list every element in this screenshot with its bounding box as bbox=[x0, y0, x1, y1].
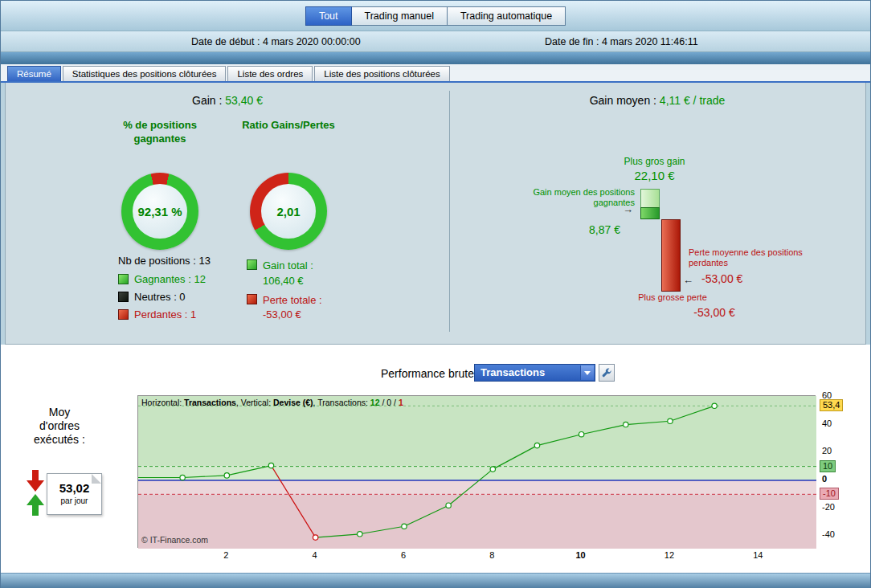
tab-liste-ordres[interactable]: Liste des ordres bbox=[227, 66, 313, 81]
x-axis-label: 2 bbox=[217, 550, 235, 560]
perte-totale-label: Perte totale : bbox=[263, 294, 322, 306]
avg-orders-unit: par jour bbox=[47, 496, 101, 505]
y-axis-labels: 6040200-20-4053,410-10 bbox=[819, 395, 869, 560]
legend-perdantes-label: Perdantes : 1 bbox=[134, 308, 196, 321]
perte-totale-swatch bbox=[247, 294, 257, 304]
gain-total-swatch bbox=[247, 259, 257, 270]
gain-value: 53,40 € bbox=[225, 94, 263, 107]
date-end-label: Date de fin : bbox=[545, 36, 599, 47]
date-end: Date de fin : 4 mars 2020 11:46:11 bbox=[545, 36, 698, 47]
gain-moyen-arrow-icon: → bbox=[623, 203, 633, 215]
separator-band bbox=[1, 52, 870, 64]
x-axis-label: 4 bbox=[306, 550, 324, 560]
gain-moyen-gagnantes-label: Gain moyen des positions gagnantes bbox=[510, 187, 635, 208]
y-axis-label: 20 bbox=[822, 446, 832, 455]
performance-section: Performance brute Transactions Moy d'ord… bbox=[1, 345, 870, 573]
max-loss-bar bbox=[661, 219, 681, 292]
performance-selector-value: Transactions bbox=[480, 366, 545, 378]
nb-positions: Nb de positions : 13 bbox=[118, 255, 211, 267]
ratio-donut-hole: 2,01 bbox=[261, 184, 316, 239]
chart-header-part: , Vertical: bbox=[236, 398, 273, 407]
y-axis-label: -20 bbox=[822, 502, 835, 512]
date-bar: Date de début : 4 mars 2020 00:00:00 Dat… bbox=[1, 31, 870, 52]
perte-moyenne-label: Perte moyenne des positions perdantes bbox=[689, 247, 817, 268]
chart-header-part: Transactions bbox=[184, 398, 236, 407]
card-fold bbox=[92, 474, 101, 484]
perte-moyenne-value: -53,00 € bbox=[701, 272, 742, 285]
scope-tabs: Tout Trading manuel Trading automatique bbox=[1, 6, 870, 26]
avg-orders-label: Moy d'ordres exécutés : bbox=[29, 406, 90, 447]
x-axis-labels: 2468101214 bbox=[137, 550, 816, 561]
plus-gros-gain-label: Plus gros gain bbox=[604, 157, 705, 167]
x-axis-label: 10 bbox=[572, 550, 590, 560]
perte-moyenne-arrow-icon: ← bbox=[683, 274, 693, 286]
x-axis-label: 6 bbox=[395, 550, 412, 560]
chart-copyright: © IT-Finance.com bbox=[141, 535, 208, 545]
ratio-donut-title: Ratio Gains/Pertes bbox=[240, 118, 337, 132]
chart-header-part: / bbox=[380, 398, 387, 407]
footer-bar bbox=[1, 573, 870, 588]
chart-settings-button[interactable] bbox=[599, 364, 615, 382]
tab-liste-positions[interactable]: Liste des positions clôturées bbox=[314, 66, 449, 81]
tab-resume[interactable]: Résumé bbox=[7, 66, 61, 81]
ratio-donut: 2,01 bbox=[250, 173, 327, 250]
legend-perdantes: Perdantes : 1 bbox=[118, 308, 196, 321]
plus-grosse-perte-value: -53,00 € bbox=[658, 306, 771, 319]
gain-moyen-gagnantes-value: 8,87 € bbox=[536, 223, 620, 236]
y-axis-label: -40 bbox=[822, 529, 835, 539]
date-start-value: 4 mars 2020 00:00:00 bbox=[263, 36, 361, 47]
chart-header-part: , Transactions: bbox=[313, 398, 370, 407]
gain-moyen-value: 4,11 € / trade bbox=[660, 94, 725, 107]
legend-gagnantes: Gagnantes : 12 bbox=[118, 273, 206, 285]
legend-neutres: Neutres : 0 bbox=[118, 291, 186, 303]
arrow-up-icon bbox=[25, 494, 46, 516]
performance-selector[interactable]: Transactions bbox=[474, 364, 595, 382]
summary-panel: Gain : 53,40 € % de positions gagnantes … bbox=[5, 83, 866, 345]
gain-total-value: 106,40 € bbox=[263, 275, 304, 287]
plus-gros-gain-value: 22,10 € bbox=[604, 169, 705, 182]
gain-moyen-heading: Gain moyen : 4,11 € / trade bbox=[449, 94, 865, 107]
section-tabs: Résumé Statistiques des positions clôtur… bbox=[7, 66, 450, 81]
win-donut-hole: 92,31 % bbox=[133, 184, 187, 239]
dropdown-button[interactable] bbox=[580, 365, 594, 380]
current-value-chip: 53,4 bbox=[820, 399, 843, 411]
wrench-icon bbox=[602, 368, 612, 378]
chart-header-part: 12 bbox=[370, 398, 380, 407]
section-tab-bar: Résumé Statistiques des positions clôtur… bbox=[1, 64, 870, 81]
avg-gain-bar bbox=[640, 207, 660, 219]
win-donut-value: 92,31 % bbox=[137, 205, 182, 218]
plus-grosse-perte-label: Plus grosse perte bbox=[624, 292, 721, 303]
chart-header: Horizontal: Transactions, Vertical: Devi… bbox=[141, 398, 403, 407]
legend-gagnantes-label: Gagnantes : 12 bbox=[134, 273, 206, 285]
legend-dark-swatch bbox=[118, 292, 129, 302]
tab-statistiques[interactable]: Statistiques des positions clôturées bbox=[63, 66, 227, 81]
tab-trading-manuel[interactable]: Trading manuel bbox=[352, 6, 448, 26]
y-axis-label: 60 bbox=[822, 390, 832, 400]
tab-tout[interactable]: Tout bbox=[305, 6, 352, 26]
performance-chart-svg bbox=[138, 396, 816, 549]
win-donut: 92,31 % bbox=[121, 173, 198, 250]
gain-total-label: Gain total : bbox=[263, 259, 313, 272]
x-axis-label: 14 bbox=[749, 550, 767, 560]
gain-moyen-label: Gain moyen : bbox=[590, 94, 660, 107]
date-end-value: 4 mars 2020 11:46:11 bbox=[602, 36, 698, 47]
legend-red-swatch bbox=[118, 309, 129, 320]
win-donut-title: % de positions gagnantes bbox=[112, 118, 208, 145]
x-axis-label: 12 bbox=[660, 550, 678, 560]
gain-heading: Gain : 53,40 € bbox=[6, 94, 449, 107]
gain-label: Gain : bbox=[192, 94, 225, 107]
tab-trading-automatique[interactable]: Trading automatique bbox=[448, 6, 566, 26]
order-arrows bbox=[25, 470, 46, 516]
y-axis-label: 40 bbox=[822, 419, 832, 428]
legend-neutres-label: Neutres : 0 bbox=[134, 291, 186, 303]
app-window: Tout Trading manuel Trading automatique … bbox=[0, 0, 871, 588]
date-start: Date de début : 4 mars 2020 00:00:00 bbox=[191, 36, 361, 47]
vertical-divider bbox=[449, 91, 450, 332]
ratio-donut-value: 2,01 bbox=[276, 205, 300, 218]
perte-totale-value: -53,00 € bbox=[263, 308, 301, 321]
y-axis-label: 0 bbox=[822, 474, 827, 484]
performance-label: Performance brute bbox=[381, 367, 474, 380]
x-axis-label: 8 bbox=[483, 550, 501, 560]
scope-tabs-bar: Tout Trading manuel Trading automatique bbox=[1, 1, 870, 31]
performance-chart[interactable]: Horizontal: Transactions, Vertical: Devi… bbox=[137, 395, 816, 548]
